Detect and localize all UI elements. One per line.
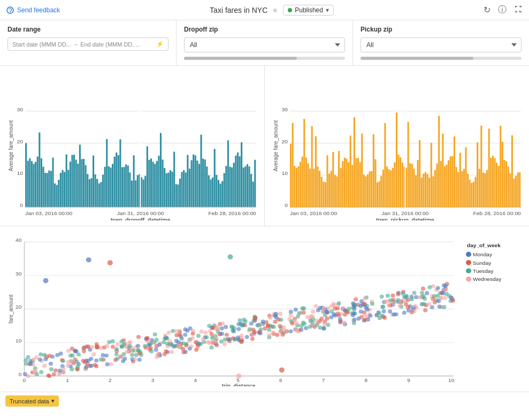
svg-rect-189 xyxy=(361,134,363,208)
svg-point-430 xyxy=(44,357,48,361)
svg-point-748 xyxy=(423,296,427,301)
filters-row: Date range Start date (MMM DD... → End d… xyxy=(0,20,529,66)
svg-rect-34 xyxy=(70,162,71,207)
svg-rect-27 xyxy=(56,185,58,207)
svg-point-813 xyxy=(114,353,119,357)
svg-rect-83 xyxy=(164,168,165,207)
svg-point-772 xyxy=(277,317,281,322)
svg-rect-252 xyxy=(482,172,484,207)
svg-point-517 xyxy=(143,344,147,348)
svg-rect-266 xyxy=(509,173,511,207)
svg-rect-240 xyxy=(459,152,461,207)
svg-rect-236 xyxy=(451,156,453,207)
info-button[interactable]: ⓘ xyxy=(498,4,507,16)
svg-point-667 xyxy=(392,312,396,317)
svg-text:Jan 31, 2016 00:00: Jan 31, 2016 00:00 xyxy=(381,210,429,216)
published-badge[interactable]: Published ▾ xyxy=(283,5,334,16)
svg-rect-264 xyxy=(505,161,507,207)
refresh-button[interactable]: ↻ xyxy=(484,5,490,15)
fullscreen-button[interactable] xyxy=(514,5,523,16)
date-range-icon[interactable]: ⚡ xyxy=(156,41,164,48)
svg-point-468 xyxy=(294,308,298,312)
truncated-data-button[interactable]: Truncated data ▾ xyxy=(5,395,59,407)
svg-point-601 xyxy=(258,327,263,332)
published-label: Published xyxy=(295,6,323,14)
svg-rect-233 xyxy=(446,165,448,207)
svg-rect-193 xyxy=(369,171,371,207)
svg-point-697 xyxy=(271,330,275,334)
svg-point-604 xyxy=(423,308,427,312)
svg-text:20: 20 xyxy=(17,139,24,144)
svg-point-383 xyxy=(236,327,241,331)
svg-point-565 xyxy=(62,371,66,375)
svg-point-875 xyxy=(387,303,391,308)
svg-point-868 xyxy=(99,357,103,362)
dropoff-scrollbar[interactable] xyxy=(184,57,345,60)
scatter-chart-svg: fare_amount 0 10 20 30 40 0 1 2 3 4 5 6 … xyxy=(5,232,524,386)
svg-point-485 xyxy=(342,320,346,325)
pickup-zip-select[interactable]: All xyxy=(361,37,522,52)
svg-rect-238 xyxy=(456,167,457,207)
svg-point-455 xyxy=(219,339,224,343)
svg-point-782 xyxy=(310,314,315,318)
pickup-scrollbar[interactable] xyxy=(361,57,522,60)
svg-rect-57 xyxy=(114,157,116,207)
svg-point-671 xyxy=(431,297,435,301)
svg-point-877 xyxy=(329,309,334,314)
svg-rect-59 xyxy=(118,155,119,207)
svg-point-852 xyxy=(236,335,240,340)
svg-point-811 xyxy=(23,372,27,376)
svg-point-762 xyxy=(144,336,149,340)
feedback-button[interactable]: Send feedback xyxy=(6,6,60,14)
svg-rect-248 xyxy=(474,177,476,207)
svg-point-593 xyxy=(436,286,440,290)
svg-point-828 xyxy=(47,373,51,378)
svg-point-755 xyxy=(422,302,426,306)
svg-point-777 xyxy=(363,296,367,301)
svg-rect-174 xyxy=(332,152,334,207)
svg-point-799 xyxy=(70,367,74,371)
svg-point-822 xyxy=(356,317,361,321)
header-actions: ↻ ⓘ xyxy=(484,4,523,16)
svg-text:1: 1 xyxy=(66,378,69,384)
svg-point-844 xyxy=(62,367,66,371)
date-range-filter: Date range Start date (MMM DD... → End d… xyxy=(0,20,177,65)
svg-rect-48 xyxy=(96,179,98,207)
svg-point-700 xyxy=(101,353,105,357)
svg-text:Feb 28, 2016 00:00: Feb 28, 2016 00:00 xyxy=(473,210,522,216)
svg-point-850 xyxy=(341,306,345,310)
svg-rect-109 xyxy=(214,149,216,207)
legend-title: day_of_week xyxy=(467,242,501,248)
dropoff-zip-select[interactable]: All xyxy=(184,37,345,52)
date-range-input[interactable]: Start date (MMM DD... → End date (MMM DD… xyxy=(7,37,168,51)
pickup-zip-filter: Pickup zip All xyxy=(353,20,529,65)
svg-rect-164 xyxy=(313,169,315,207)
svg-text:Jan 03, 2016 00:00: Jan 03, 2016 00:00 xyxy=(25,210,73,216)
svg-point-649 xyxy=(314,304,318,308)
svg-point-866 xyxy=(309,319,313,323)
svg-point-760 xyxy=(347,307,351,311)
svg-point-824 xyxy=(294,327,298,332)
svg-rect-268 xyxy=(513,179,515,207)
svg-rect-86 xyxy=(170,170,171,207)
svg-point-817 xyxy=(449,295,453,300)
svg-point-676 xyxy=(155,355,159,359)
svg-rect-13 xyxy=(29,158,30,207)
svg-point-581 xyxy=(109,362,113,366)
svg-point-689 xyxy=(266,323,270,327)
svg-rect-89 xyxy=(175,184,177,207)
svg-point-853 xyxy=(253,315,257,319)
svg-rect-169 xyxy=(323,182,324,207)
svg-point-415 xyxy=(225,333,229,337)
svg-point-726 xyxy=(131,348,135,353)
svg-rect-224 xyxy=(428,178,430,207)
svg-point-766 xyxy=(210,335,214,340)
star-icon[interactable]: ★ xyxy=(272,6,279,14)
svg-rect-256 xyxy=(490,158,492,207)
svg-rect-255 xyxy=(488,129,490,208)
svg-rect-127 xyxy=(248,166,250,207)
svg-text:Jan 03, 2016 00:00: Jan 03, 2016 00:00 xyxy=(290,210,338,216)
svg-point-773 xyxy=(282,329,287,333)
svg-rect-245 xyxy=(469,180,471,208)
svg-rect-251 xyxy=(480,126,482,207)
